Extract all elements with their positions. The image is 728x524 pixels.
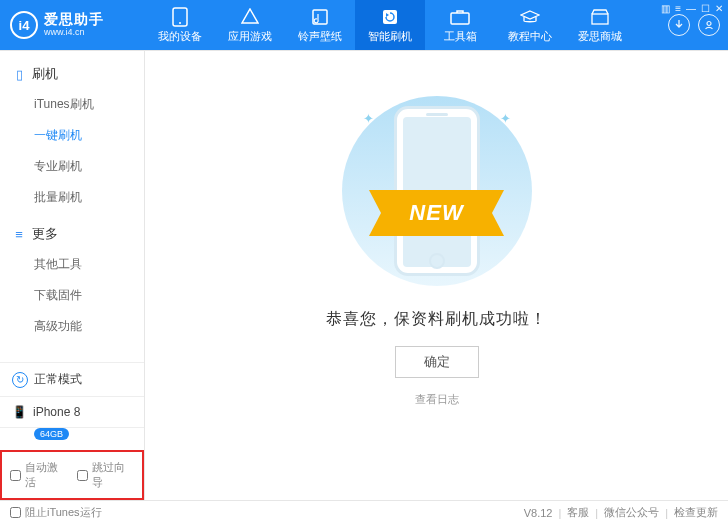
- tab-flash[interactable]: 智能刷机: [355, 0, 425, 50]
- minimize-button[interactable]: —: [686, 3, 696, 14]
- section-title: 更多: [32, 225, 58, 243]
- version-label: V8.12: [524, 507, 553, 519]
- sidebar-section-more[interactable]: ≡ 更多: [0, 219, 144, 249]
- device-name: iPhone 8: [33, 405, 80, 419]
- sidebar-item-download-fw[interactable]: 下载固件: [0, 280, 144, 311]
- checkbox-input[interactable]: [10, 507, 21, 518]
- phone-icon: 📱: [12, 405, 27, 419]
- ok-button[interactable]: 确定: [395, 346, 479, 378]
- brand-url: www.i4.cn: [44, 28, 104, 38]
- tab-ringtone[interactable]: 铃声壁纸: [285, 0, 355, 50]
- success-message: 恭喜您，保资料刷机成功啦！: [326, 309, 547, 330]
- tab-store[interactable]: 爱思商城: [565, 0, 635, 50]
- status-bar: 阻止iTunes运行 V8.12 | 客服 | 微信公众号 | 检查更新: [0, 500, 728, 524]
- apps-icon: [240, 7, 260, 27]
- section-title: 刷机: [32, 65, 58, 83]
- store-icon: [590, 7, 610, 27]
- sidebar-item-itunes-flash[interactable]: iTunes刷机: [0, 89, 144, 120]
- phone-icon: ▯: [12, 67, 26, 82]
- block-itunes-checkbox[interactable]: 阻止iTunes运行: [10, 505, 102, 520]
- tab-label: 应用游戏: [228, 29, 272, 44]
- tab-toolbox[interactable]: 工具箱: [425, 0, 495, 50]
- more-icon: ≡: [12, 227, 26, 242]
- menu-icon[interactable]: ▥: [661, 3, 670, 14]
- svg-rect-5: [592, 14, 608, 24]
- body: ▯ 刷机 iTunes刷机 一键刷机 专业刷机 批量刷机 ≡ 更多 其他工具 下…: [0, 50, 728, 500]
- app-header: ▥ ≡ — ☐ ✕ i4 爱思助手 www.i4.cn 我的设备 应用游戏 铃声…: [0, 0, 728, 50]
- sidebar-item-other-tools[interactable]: 其他工具: [0, 249, 144, 280]
- checkbox-input[interactable]: [10, 470, 21, 481]
- device-icon: [170, 7, 190, 27]
- success-illustration: ✦ ✦ NEW: [307, 91, 567, 291]
- device-capacity-badge: 64GB: [34, 428, 69, 440]
- svg-point-6: [707, 22, 711, 26]
- tip-icon[interactable]: ≡: [675, 3, 681, 14]
- brand-title: 爱思助手: [44, 12, 104, 27]
- device-mode-row[interactable]: ↻ 正常模式: [0, 363, 144, 397]
- sidebar-section-flash[interactable]: ▯ 刷机: [0, 59, 144, 89]
- maximize-button[interactable]: ☐: [701, 3, 710, 14]
- ringtone-icon: [310, 7, 330, 27]
- sidebar-bottom: ↻ 正常模式 📱 iPhone 8 64GB 自动激活 跳过向导: [0, 362, 144, 500]
- tab-label: 爱思商城: [578, 29, 622, 44]
- toolbox-icon: [450, 7, 470, 27]
- tab-label: 工具箱: [444, 29, 477, 44]
- flash-icon: [380, 7, 400, 27]
- sparkle-icon: ✦: [500, 111, 510, 126]
- ribbon-text: NEW: [393, 190, 479, 236]
- auto-activate-checkbox[interactable]: 自动激活: [10, 460, 67, 490]
- logo-icon: i4: [10, 11, 38, 39]
- highlighted-options: 自动激活 跳过向导: [0, 450, 144, 500]
- new-ribbon: NEW: [393, 190, 479, 236]
- close-button[interactable]: ✕: [715, 3, 723, 14]
- sidebar: ▯ 刷机 iTunes刷机 一键刷机 专业刷机 批量刷机 ≡ 更多 其他工具 下…: [0, 51, 145, 500]
- checkbox-label: 自动激活: [25, 460, 67, 490]
- sparkle-icon: ✦: [363, 111, 373, 126]
- download-button[interactable]: [668, 14, 690, 36]
- sidebar-item-pro-flash[interactable]: 专业刷机: [0, 151, 144, 182]
- device-row[interactable]: 📱 iPhone 8: [0, 397, 144, 428]
- window-controls: ▥ ≡ — ☐ ✕: [661, 3, 723, 14]
- support-link[interactable]: 客服: [567, 505, 589, 520]
- tab-tutorial[interactable]: 教程中心: [495, 0, 565, 50]
- check-update-link[interactable]: 检查更新: [674, 505, 718, 520]
- brand: i4 爱思助手 www.i4.cn: [0, 0, 145, 50]
- sidebar-item-advanced[interactable]: 高级功能: [0, 311, 144, 342]
- view-log-link[interactable]: 查看日志: [415, 392, 459, 407]
- mode-label: 正常模式: [34, 371, 82, 388]
- svg-rect-3: [383, 10, 397, 24]
- tab-label: 我的设备: [158, 29, 202, 44]
- wechat-link[interactable]: 微信公众号: [604, 505, 659, 520]
- header-tabs: 我的设备 应用游戏 铃声壁纸 智能刷机 工具箱 教程中心 爱思商城: [145, 0, 668, 50]
- tab-apps[interactable]: 应用游戏: [215, 0, 285, 50]
- refresh-icon: ↻: [12, 372, 28, 388]
- checkbox-label: 阻止iTunes运行: [25, 505, 102, 520]
- svg-rect-4: [451, 13, 469, 24]
- tab-label: 智能刷机: [368, 29, 412, 44]
- skip-guide-checkbox[interactable]: 跳过向导: [77, 460, 134, 490]
- tab-label: 教程中心: [508, 29, 552, 44]
- tutorial-icon: [520, 7, 540, 27]
- sidebar-item-batch-flash[interactable]: 批量刷机: [0, 182, 144, 213]
- checkbox-label: 跳过向导: [92, 460, 134, 490]
- tab-my-device[interactable]: 我的设备: [145, 0, 215, 50]
- checkbox-input[interactable]: [77, 470, 88, 481]
- sidebar-item-oneclick-flash[interactable]: 一键刷机: [0, 120, 144, 151]
- svg-point-1: [179, 22, 181, 24]
- tab-label: 铃声壁纸: [298, 29, 342, 44]
- user-button[interactable]: [698, 14, 720, 36]
- main-panel: ✦ ✦ NEW 恭喜您，保资料刷机成功啦！ 确定 查看日志: [145, 51, 728, 500]
